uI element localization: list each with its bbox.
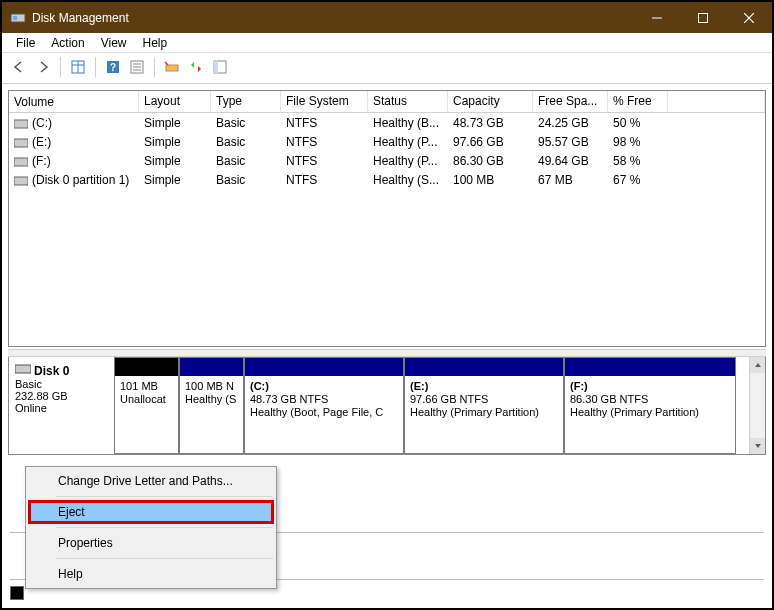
ctx-properties[interactable]: Properties: [28, 531, 274, 555]
table-row[interactable]: (F:)SimpleBasicNTFSHealthy (P...86.30 GB…: [9, 151, 765, 170]
disk-state: Online: [15, 402, 47, 414]
disk-name: Disk 0: [34, 364, 69, 378]
table-row[interactable]: (E:)SimpleBasicNTFSHealthy (P...97.66 GB…: [9, 132, 765, 151]
menubar: File Action View Help: [2, 33, 772, 53]
menu-help[interactable]: Help: [135, 34, 176, 52]
partition-body: 100 MB NHealthy (S: [180, 376, 243, 410]
volume-table-header: Volume Layout Type File System Status Ca…: [9, 91, 765, 113]
partition-header: [405, 358, 563, 376]
volume-icon: [14, 156, 28, 166]
partition[interactable]: (E:)97.66 GB NTFSHealthy (Primary Partit…: [404, 357, 564, 454]
menu-action[interactable]: Action: [43, 34, 92, 52]
ctx-separator: [56, 558, 273, 559]
col-free[interactable]: Free Spa...: [533, 91, 608, 112]
disk-icon: [15, 363, 31, 375]
partition-body: (E:)97.66 GB NTFSHealthy (Primary Partit…: [405, 376, 563, 424]
maximize-button[interactable]: [680, 3, 726, 32]
svg-rect-1: [13, 16, 17, 20]
partition-body: 101 MBUnallocat: [115, 376, 178, 410]
partition-header: [245, 358, 403, 376]
list-icon[interactable]: [209, 56, 231, 78]
menu-view[interactable]: View: [93, 34, 135, 52]
svg-text:?: ?: [110, 62, 116, 73]
ctx-help[interactable]: Help: [28, 562, 274, 586]
volume-icon: [14, 175, 28, 185]
content-area: Volume Layout Type File System Status Ca…: [2, 84, 772, 461]
app-icon: [10, 10, 26, 26]
volume-table: Volume Layout Type File System Status Ca…: [8, 90, 766, 347]
scroll-up-icon[interactable]: [750, 357, 765, 373]
disk-label[interactable]: Disk 0 Basic 232.88 GB Online: [9, 357, 114, 454]
disk-map: Disk 0 Basic 232.88 GB Online 101 MBUnal…: [8, 357, 766, 455]
help-icon[interactable]: ?: [102, 56, 124, 78]
partition-header: [565, 358, 735, 376]
scrollbar-vertical[interactable]: [749, 357, 765, 454]
col-capacity[interactable]: Capacity: [448, 91, 533, 112]
partition-body: (C:)48.73 GB NTFSHealthy (Boot, Page Fil…: [245, 376, 403, 424]
settings-list-icon[interactable]: [126, 56, 148, 78]
disk-size: 232.88 GB: [15, 390, 68, 402]
table-row[interactable]: (C:)SimpleBasicNTFSHealthy (B...48.73 GB…: [9, 113, 765, 132]
col-status[interactable]: Status: [368, 91, 448, 112]
table-row[interactable]: (Disk 0 partition 1)SimpleBasicNTFSHealt…: [9, 170, 765, 189]
partition[interactable]: (C:)48.73 GB NTFSHealthy (Boot, Page Fil…: [244, 357, 404, 454]
ctx-change-drive-letter[interactable]: Change Drive Letter and Paths...: [28, 469, 274, 493]
toolbar: ?: [2, 53, 772, 84]
disk-type: Basic: [15, 378, 42, 390]
scroll-down-icon[interactable]: [750, 438, 765, 454]
partition-body: (F:)86.30 GB NTFSHealthy (Primary Partit…: [565, 376, 735, 424]
splitter[interactable]: [8, 349, 766, 357]
col-volume[interactable]: Volume: [9, 91, 139, 112]
col-type[interactable]: Type: [211, 91, 281, 112]
ctx-separator: [56, 527, 273, 528]
ctx-eject[interactable]: Eject: [28, 500, 274, 524]
forward-button[interactable]: [32, 56, 54, 78]
context-menu: Change Drive Letter and Paths... Eject P…: [25, 466, 277, 589]
minimize-button[interactable]: [634, 3, 680, 32]
menu-file[interactable]: File: [8, 34, 43, 52]
toolbar-separator: [95, 57, 96, 77]
svg-rect-22: [15, 365, 31, 373]
ctx-separator: [56, 496, 273, 497]
volume-icon: [14, 137, 28, 147]
volume-rows: (C:)SimpleBasicNTFSHealthy (B...48.73 GB…: [9, 113, 765, 346]
volume-icon: [14, 118, 28, 128]
view-columns-icon[interactable]: [67, 56, 89, 78]
svg-rect-15: [166, 65, 178, 71]
col-rest: [668, 91, 765, 112]
svg-rect-21: [14, 177, 28, 185]
toolbar-separator: [154, 57, 155, 77]
partition-header: [115, 358, 178, 376]
col-fs[interactable]: File System: [281, 91, 368, 112]
toolbar-separator: [60, 57, 61, 77]
svg-rect-19: [14, 139, 28, 147]
partition[interactable]: 101 MBUnallocat: [114, 357, 179, 454]
action-icon[interactable]: [161, 56, 183, 78]
titlebar: Disk Management: [2, 2, 772, 33]
col-pct[interactable]: % Free: [608, 91, 668, 112]
svg-rect-20: [14, 158, 28, 166]
col-layout[interactable]: Layout: [139, 91, 211, 112]
window-controls: [634, 3, 772, 32]
partition-header: [180, 358, 243, 376]
partition[interactable]: (F:)86.30 GB NTFSHealthy (Primary Partit…: [564, 357, 736, 454]
back-button[interactable]: [8, 56, 30, 78]
refresh-icon[interactable]: [185, 56, 207, 78]
partition[interactable]: 100 MB NHealthy (S: [179, 357, 244, 454]
window-title: Disk Management: [32, 11, 634, 25]
svg-rect-17: [214, 61, 218, 73]
svg-rect-18: [14, 120, 28, 128]
partitions: 101 MBUnallocat100 MB NHealthy (S(C:)48.…: [114, 357, 765, 454]
svg-rect-3: [699, 13, 708, 22]
legend-swatch-icon: [10, 586, 24, 600]
close-button[interactable]: [726, 3, 772, 32]
